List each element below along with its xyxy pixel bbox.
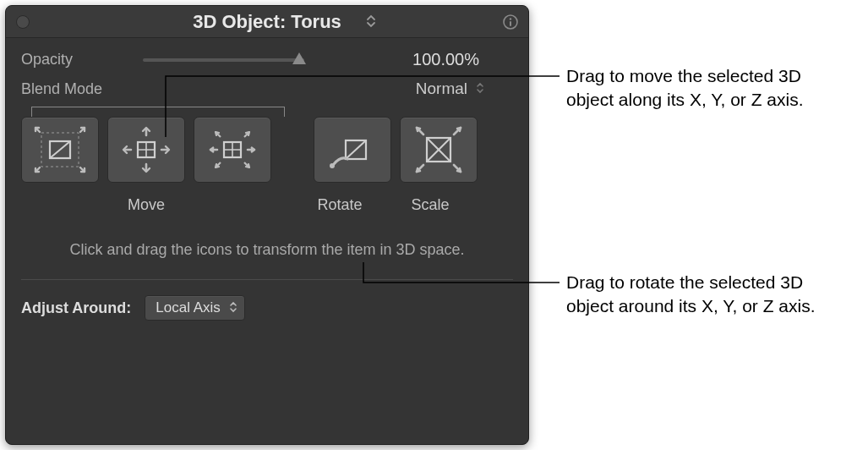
close-icon[interactable] [16, 15, 30, 29]
blend-mode-text: Normal [416, 80, 467, 97]
chevron-updown-icon [476, 82, 484, 94]
svg-point-14 [330, 163, 335, 168]
scale-label: Scale [391, 196, 469, 214]
blend-mode-value[interactable]: Normal [139, 80, 513, 98]
transform-tools: Move Rotate Scale [21, 117, 513, 214]
slider-thumb-icon[interactable] [292, 52, 306, 64]
adjust-around-value: Local Axis [156, 299, 221, 316]
move-depth-button[interactable] [194, 117, 271, 183]
titlebar: 3D Object: Torus [6, 6, 528, 38]
opacity-label: Opacity [21, 51, 139, 69]
inspector-panel: 3D Object: Torus Opacity 100.00% Blend M… [5, 5, 529, 445]
opacity-value[interactable]: 100.00% [318, 50, 513, 69]
opacity-slider[interactable] [143, 58, 304, 62]
callout-rotate: Drag to rotate the selected 3D object ar… [566, 271, 854, 319]
callout-move: Drag to move the selected 3D object alon… [566, 64, 845, 112]
chevron-updown-icon [229, 301, 237, 313]
move-xy-button[interactable] [21, 117, 99, 183]
svg-line-4 [50, 141, 70, 158]
move-z-button[interactable] [107, 117, 185, 183]
blend-mode-label: Blend Mode [21, 80, 139, 98]
rotate-button[interactable] [314, 117, 391, 183]
blend-mode-row: Blend Mode Normal [21, 80, 513, 98]
title-dropdown-icon[interactable] [366, 14, 378, 30]
opacity-row: Opacity 100.00% [21, 50, 513, 69]
panel-title[interactable]: 3D Object: Torus [193, 11, 341, 33]
bracket-icon [31, 107, 285, 117]
scale-button[interactable] [400, 117, 478, 183]
adjust-around-select[interactable]: Local Axis [145, 295, 245, 321]
hint-text: Click and drag the icons to transform th… [21, 239, 513, 261]
adjust-around-label: Adjust Around: [21, 299, 131, 317]
rotate-label: Rotate [297, 196, 383, 214]
svg-rect-2 [510, 21, 511, 26]
divider [21, 279, 513, 280]
move-label: Move [21, 196, 271, 214]
svg-line-13 [346, 140, 366, 159]
adjust-around-row: Adjust Around: Local Axis [21, 295, 513, 321]
svg-point-1 [510, 18, 511, 19]
info-icon[interactable] [503, 14, 518, 30]
